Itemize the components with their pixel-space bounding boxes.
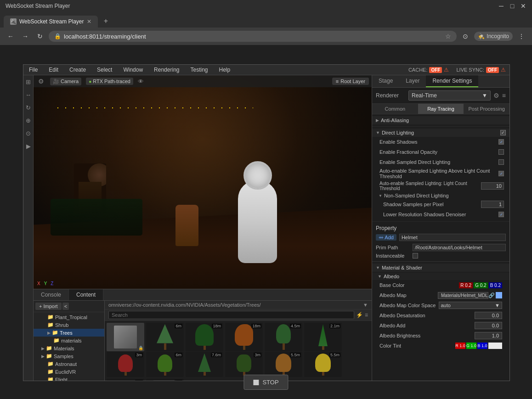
tab-content[interactable]: Content — [69, 289, 103, 300]
instanceable-checkbox[interactable] — [413, 253, 418, 259]
settings-icon[interactable]: ⚙ — [493, 92, 499, 99]
tab-close-icon[interactable]: ✕ — [87, 18, 91, 25]
fractional-opacity-checkbox[interactable] — [498, 149, 504, 155]
maximize-icon[interactable]: □ — [509, 3, 515, 9]
menu-icon[interactable]: ⋮ — [515, 30, 527, 42]
tab-layer[interactable]: Layer — [399, 75, 426, 87]
asset-item-r2-7[interactable]: 3m — [107, 379, 144, 381]
refresh-button[interactable]: ↻ — [34, 30, 46, 42]
auto-enable-checkbox[interactable] — [498, 171, 504, 176]
tab-stage[interactable]: Stage — [372, 75, 399, 87]
map-link-icon[interactable]: 🔗 — [488, 292, 495, 298]
rtab-common[interactable]: Common — [372, 104, 418, 114]
asset-item-r2-5[interactable]: 5.5m — [265, 352, 302, 377]
camera-button[interactable]: 🎥 Camera — [50, 78, 81, 85]
enable-shadows-checkbox[interactable] — [498, 139, 504, 145]
albedo-header[interactable]: ▼ Albedo — [372, 273, 509, 280]
rtab-post-processing[interactable]: Post Processing — [464, 104, 509, 114]
albedo-bright-value[interactable] — [475, 332, 502, 339]
back-button[interactable]: ← — [5, 30, 17, 42]
prim-path-value[interactable]: /Root/Astronaut/Looks/Helmet — [413, 244, 506, 251]
base-color-swatch[interactable]: R 0.2 G 0.2 B 0.2 — [459, 282, 502, 288]
eye-icon[interactable]: 👁 — [138, 78, 144, 85]
tree-item-astronaut[interactable]: 📁 Astronaut — [34, 360, 104, 368]
threshold-value[interactable] — [481, 182, 504, 190]
sidebar-move-icon[interactable]: ↔ — [24, 90, 33, 99]
asset-item-r2-4[interactable]: 3m — [225, 352, 263, 377]
direct-lighting-checkbox[interactable] — [500, 130, 506, 135]
sidebar-select-icon[interactable]: ⊞ — [24, 77, 33, 86]
mat-header[interactable]: ▼ Material & Shader — [372, 264, 509, 272]
menu-help[interactable]: Help — [217, 66, 232, 74]
sidebar-camera-icon[interactable]: ⊙ — [24, 129, 33, 138]
extensions-icon[interactable]: ⊙ — [459, 30, 471, 42]
tree-item-materials-sub[interactable]: 📁 materials — [34, 337, 104, 344]
tree-item-plant-tropical[interactable]: 📁 Plant_Tropical — [34, 313, 104, 321]
asset-item-r2-6[interactable]: 5.5m — [304, 352, 342, 377]
map-color-box[interactable] — [496, 292, 502, 298]
sidebar-transform-icon[interactable]: ⊕ — [24, 116, 33, 125]
asset-item-black-oak-fall[interactable]: 18m Black_Oak_Fall.usd — [225, 323, 263, 352]
tree-item-samples[interactable]: ▶ 📁 Samples — [34, 352, 104, 360]
menu-select[interactable]: Select — [95, 66, 114, 74]
sidebar-play-icon[interactable]: ▶ — [24, 141, 33, 151]
filter-icon[interactable]: ⚡ — [356, 312, 363, 318]
menu-edit[interactable]: Edit — [47, 66, 60, 74]
active-tab[interactable]: 🔌 WebSocket Stream Player ✕ — [4, 16, 98, 28]
tree-item-shrub[interactable]: 📁 Shrub — [34, 321, 104, 329]
list-view-icon[interactable]: ≡ — [365, 312, 368, 318]
menu-window[interactable]: Window — [121, 66, 145, 74]
asset-item-r2-2[interactable]: 6m — [146, 352, 184, 377]
collapse-button[interactable]: < — [62, 303, 69, 310]
albedo-add-value[interactable] — [475, 322, 502, 329]
asset-item-american-beech[interactable]: 6m American_Beech.usd — [146, 323, 184, 352]
prop-name-value[interactable]: Helmet — [399, 234, 506, 241]
tab-console[interactable]: Console — [34, 289, 69, 300]
albedo-map-value[interactable]: Materials/Helmet_MDL/He — [438, 292, 488, 299]
direct-lighting-header[interactable]: ▼ Direct Lighting — [372, 129, 509, 137]
tree-item-euclidvr[interactable]: 📁 EuclidVR — [34, 368, 104, 376]
tree-item-trees[interactable]: ▶ 📁 Trees — [34, 329, 104, 337]
lower-res-checkbox[interactable] — [498, 212, 504, 217]
url-bar[interactable]: 🔒 localhost:8011/streaming/client ☆ — [49, 31, 457, 42]
star-icon[interactable]: ☆ — [445, 33, 451, 40]
anti-aliasing-header[interactable]: ▶ Anti-Aliasing — [372, 116, 509, 124]
root-layer-button[interactable]: ≡ Root Layer — [332, 78, 369, 85]
albedo-cs-dropdown[interactable]: auto ▼ — [439, 302, 503, 309]
sidebar-rotate-icon[interactable]: ↻ — [24, 103, 33, 112]
asset-item-r2-1[interactable]: 3m — [107, 352, 144, 377]
asset-item-materials[interactable]: 🔒 materials — [107, 323, 144, 352]
menu-file[interactable]: File — [27, 66, 40, 74]
asset-item-r2-8[interactable]: 3m — [146, 379, 184, 381]
stop-button[interactable]: STOP — [243, 375, 288, 390]
tree-item-materials[interactable]: ▶ 📁 Materials — [34, 344, 104, 352]
albedo-desat-value[interactable] — [475, 312, 502, 319]
menu-testing[interactable]: Testing — [188, 66, 209, 74]
viewport-settings-icon[interactable]: ⚙ — [36, 77, 45, 86]
shadow-samples-value[interactable] — [481, 201, 504, 208]
rtab-ray-tracing[interactable]: Ray Tracing — [418, 104, 464, 114]
asset-item-blue-berry[interactable]: 4.5m Blue_Berry_Elder.usd — [265, 323, 302, 352]
menu-create[interactable]: Create — [68, 66, 88, 74]
asset-item-r2-3[interactable]: 7.6m — [186, 352, 223, 377]
profile-button[interactable]: 🕵 Incognito — [474, 32, 513, 41]
import-button[interactable]: + Import — [35, 303, 62, 310]
asset-item-black-oak-all[interactable]: 18m Black_Oak_all.usd — [186, 323, 223, 352]
new-tab-button[interactable]: + — [100, 15, 113, 28]
more-options-icon[interactable]: ≡ — [502, 92, 506, 99]
sampled-lighting-checkbox[interactable] — [498, 159, 504, 165]
menu-rendering[interactable]: Rendering — [152, 66, 181, 74]
close-icon[interactable]: ✕ — [520, 3, 526, 9]
tab-render-settings[interactable]: Render Settings — [426, 75, 478, 87]
asset-item-chinese-juniper[interactable]: 2.1m Chinese_Juniper.usd — [304, 323, 342, 352]
renderer-select[interactable]: Real-Time ▼ — [408, 90, 491, 101]
add-property-button[interactable]: + + Add — [376, 234, 396, 241]
tree-item-flight[interactable]: 📁 Flight — [34, 376, 104, 381]
non-sampled-header[interactable]: ▼ Non-Sampled Direct Lighting — [372, 192, 509, 199]
search-input[interactable] — [108, 311, 354, 319]
forward-button[interactable]: → — [19, 30, 31, 42]
minimize-icon[interactable]: ─ — [498, 3, 504, 9]
color-tint-swatch[interactable]: R 1.0 G 1.0 B 1.0 — [455, 343, 502, 349]
rtx-button[interactable]: ● RTX Path-traced — [86, 78, 133, 85]
breadcrumb-dropdown[interactable]: ▼ — [363, 302, 368, 308]
